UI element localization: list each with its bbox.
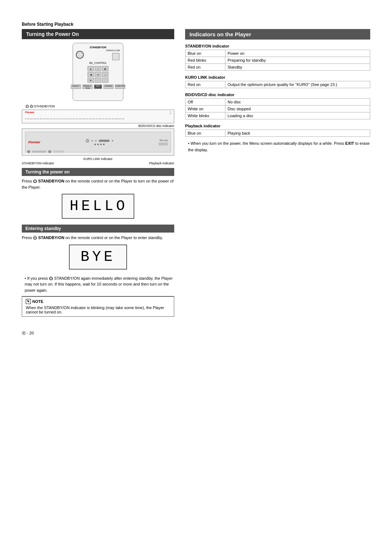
remote-standby-label: STANDBY/ON [90,46,106,49]
table-row: Off No disc [185,99,370,106]
note-icon: ✎ [26,299,31,304]
table-cell: Output the optimum picture quality for "… [225,81,370,88]
table-cell: Loading a disc [225,112,370,119]
table-row: White on Disc stopped [185,106,370,112]
standby-indicator-subtitle: STANDBY/ON indicator [185,44,370,48]
turning-power-on-subheader: Turning the power on [22,168,174,176]
note-text: When the STANDBY/ON indicator is blinkin… [26,305,170,314]
table-cell: No disc [225,99,370,106]
bye-display: BYE [69,245,127,270]
bd-label-small: Blu-ray [160,139,168,141]
player-top-diagram: Pioneer [22,110,174,123]
page-content: Before Starting Playback Turning the Pow… [22,22,370,336]
player-front-diagram: Pioneer [22,128,174,156]
standby-on-label: ⏻ ⏻ STANDBY/ON [25,104,174,108]
disc-slot [99,140,110,142]
table-cell: Off [185,99,225,106]
remote-power-button [76,51,84,59]
remote-nav-down: ▼ [87,78,94,83]
right-bullet-item: When you turn on the power, the Menu scr… [188,140,370,153]
table-cell: White blinks [185,112,225,119]
table-cell: Red blinks [185,57,225,64]
remote-nav-plus: + [102,72,109,77]
hello-display: HELLO [62,194,134,219]
player-center-btn2 [95,140,97,141]
player-ctrl2 [97,144,99,145]
standby-label-text: ⏻ STANDBY/ON [30,104,55,108]
turning-power-on-body: Press ⏻ STANDBY/ON on the remote control… [22,178,174,190]
table-cell: Disc stopped [225,106,370,112]
entering-standby-body: Press ⏻ STANDBY/ON on the remote control… [22,235,174,241]
remote-open-close-label: OPEN/CLOSE [106,49,120,52]
table-row: Red blinks Preparing for standby [185,57,370,64]
remote-eject-button [112,53,119,60]
pioneer-logo: Pioneer [28,140,40,144]
remote-nav-grid: ▲ + ▶ ◀ ● + ▼ [87,66,109,83]
playback-light [48,150,51,153]
remote-nav-empty [95,78,101,83]
standby-on-bottom-label: STANDBY/ON indicator [22,161,54,165]
note-title: ✎ NOTE [26,299,170,304]
right-bullet-list: When you turn on the power, the Menu scr… [185,140,370,153]
kuro-bar [32,151,46,153]
player-left-indicator [86,139,89,143]
remote-nav-center: + [95,66,101,71]
remote-resolution-btn: RESOLU-TION [82,85,93,89]
table-cell: Blue on [185,130,225,137]
remote-nav-left: ◀ [87,72,94,77]
player-center-btn [91,140,93,141]
main-two-col: Turning the Power On STANDBY/ON OPEN/CLO… [22,29,370,317]
bd-indicator-bar [53,151,64,153]
player-ctrl1 [94,144,96,145]
player-right-bar [159,143,168,145]
remote-nav-empty2 [102,78,109,83]
note-title-text: NOTE [32,299,44,304]
standby-bullet-list: If you press ⏻ STANDBY/ON again immediat… [22,275,174,294]
remote-nav-right: ▶ [102,66,109,71]
diagram-bottom-labels: STANDBY/ON indicator Playback indicator [22,161,174,165]
kuro-link-subtitle: KURO LINK indicator [185,75,370,79]
pioneer-logo-top: Pioneer [25,111,34,114]
table-cell: Red on [185,81,225,88]
table-row: Blue on Power on [185,50,370,57]
table-row: Red on Standby [185,64,370,71]
standby-light [27,150,30,153]
left-column: Turning the Power On STANDBY/ON OPEN/CLO… [22,29,174,317]
remote-function-btn: FUNCTION [115,85,125,89]
note-box: ✎ NOTE When the STANDBY/ON indicator is … [22,296,174,317]
table-row: Red on Output the optimum picture qualit… [185,81,370,88]
table-cell: Playing back [225,130,370,137]
playback-bottom-label: Playback indicator [149,161,174,165]
remote-nav-up: ▲ [87,66,94,71]
player-ctrl4 [103,144,105,145]
playback-indicator-subtitle: Playback indicator [185,124,370,128]
table-cell: Blue on [185,50,225,57]
remote-select-btn: SELECT [71,85,81,89]
player-front-inner: Pioneer [25,132,171,152]
kuro-link-table: Red on Output the optimum picture qualit… [185,81,370,88]
table-row: White blinks Loading a disc [185,112,370,119]
table-cell: Standby [225,64,370,71]
remote-bd-label: BD_CONTROL [89,62,107,64]
standby-bullet-item: If you press ⏻ STANDBY/ON again immediat… [25,275,174,294]
table-row: Blue on Playing back [185,130,370,137]
before-starting-heading: Before Starting Playback [22,22,370,27]
table-cell: Preparing for standby [225,57,370,64]
bd-dvd-label-top: BD/DVD/CD disc indicator [22,124,174,128]
remote-exit-btn: EXIT [94,85,102,89]
remote-nav-center2: ● [95,72,101,77]
turning-power-on-header: Turning the Power On [22,29,174,39]
right-column: Indicators on the Player STANDBY/ON indi… [185,29,370,153]
table-cell: Power on [225,50,370,57]
standby-indicator-table: Blue on Power on Red blinks Preparing fo… [185,50,370,71]
remote-bottom-row: SELECT RESOLU-TION EXIT SOURCE FUNCTION [71,85,125,89]
indicators-header: Indicators on the Player [185,29,370,40]
player-right-btn [112,140,113,141]
remote-control-diagram: STANDBY/ON OPEN/CLOSE BD_CONTROL ▲ + ▶ ◀ [73,43,123,101]
playback-indicator-table: Blue on Playing back [185,130,370,137]
entering-standby-subheader: Entering standby [22,225,174,233]
table-cell: White on [185,106,225,112]
table-cell: Red on [185,64,225,71]
power-icon: ⏻ [25,104,29,108]
player-ctrl3 [100,144,102,145]
